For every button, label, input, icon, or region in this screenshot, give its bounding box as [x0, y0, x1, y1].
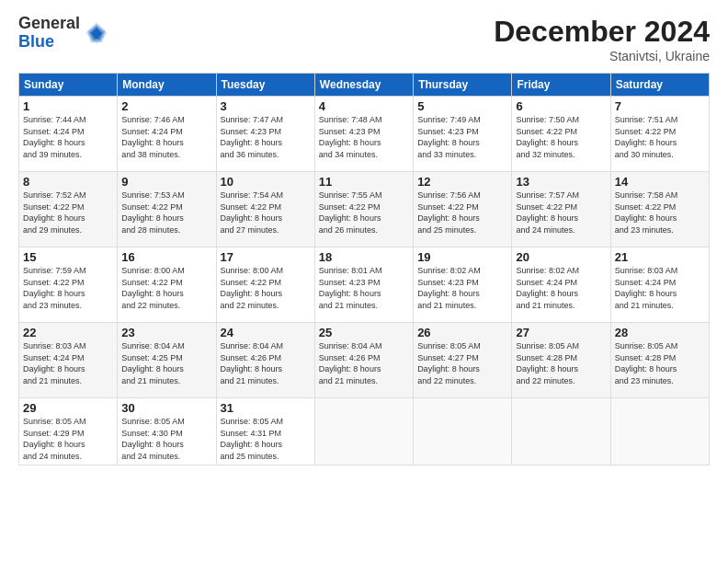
day-number: 31	[221, 401, 311, 415]
day-info: Sunrise: 8:00 AMSunset: 4:22 PMDaylight:…	[121, 265, 211, 311]
day-number: 14	[615, 175, 705, 189]
table-row	[314, 398, 413, 465]
table-row: 28Sunrise: 8:05 AMSunset: 4:28 PMDayligh…	[610, 323, 709, 398]
table-row: 27Sunrise: 8:05 AMSunset: 4:28 PMDayligh…	[512, 323, 610, 398]
day-number: 11	[319, 175, 409, 189]
day-info: Sunrise: 7:55 AMSunset: 4:22 PMDaylight:…	[319, 190, 409, 236]
day-info: Sunrise: 7:46 AMSunset: 4:24 PMDaylight:…	[121, 114, 211, 160]
day-number: 13	[516, 175, 606, 189]
day-info: Sunrise: 8:05 AMSunset: 4:27 PMDaylight:…	[417, 340, 507, 386]
day-number: 7	[615, 99, 705, 113]
header-sunday: Sunday	[19, 74, 118, 97]
day-info: Sunrise: 8:05 AMSunset: 4:31 PMDaylight:…	[221, 416, 311, 462]
header-monday: Monday	[118, 74, 216, 97]
day-number: 26	[417, 326, 507, 339]
day-number: 2	[121, 99, 211, 113]
table-row: 5Sunrise: 7:49 AMSunset: 4:23 PMDaylight…	[414, 97, 512, 172]
day-number: 6	[516, 99, 606, 113]
header-thursday: Thursday	[414, 74, 512, 97]
day-number: 17	[221, 250, 311, 264]
title-section: December 2024 Stanivtsi, Ukraine	[494, 15, 710, 63]
table-row: 22Sunrise: 8:03 AMSunset: 4:24 PMDayligh…	[19, 323, 118, 398]
day-info: Sunrise: 7:51 AMSunset: 4:22 PMDaylight:…	[615, 114, 705, 160]
table-row	[610, 398, 709, 465]
table-row: 3Sunrise: 7:47 AMSunset: 4:23 PMDaylight…	[216, 97, 314, 172]
table-row: 10Sunrise: 7:54 AMSunset: 4:22 PMDayligh…	[216, 172, 314, 247]
table-row: 14Sunrise: 7:58 AMSunset: 4:22 PMDayligh…	[610, 172, 709, 247]
table-row: 20Sunrise: 8:02 AMSunset: 4:24 PMDayligh…	[512, 247, 610, 323]
day-number: 23	[121, 326, 211, 339]
table-row: 30Sunrise: 8:05 AMSunset: 4:30 PMDayligh…	[118, 398, 216, 465]
day-info: Sunrise: 8:05 AMSunset: 4:28 PMDaylight:…	[615, 340, 705, 386]
day-info: Sunrise: 8:05 AMSunset: 4:29 PMDaylight:…	[23, 416, 113, 462]
table-row: 11Sunrise: 7:55 AMSunset: 4:22 PMDayligh…	[314, 172, 413, 247]
table-row: 16Sunrise: 8:00 AMSunset: 4:22 PMDayligh…	[118, 247, 216, 323]
logo-general: General	[18, 15, 80, 33]
day-number: 10	[221, 175, 311, 189]
day-info: Sunrise: 8:01 AMSunset: 4:23 PMDaylight:…	[319, 265, 409, 311]
day-info: Sunrise: 7:56 AMSunset: 4:22 PMDaylight:…	[417, 190, 507, 236]
day-info: Sunrise: 7:44 AMSunset: 4:24 PMDaylight:…	[23, 114, 113, 160]
header-friday: Friday	[512, 74, 610, 97]
logo-text: General Blue	[18, 15, 80, 52]
day-number: 3	[221, 99, 311, 113]
day-number: 18	[319, 250, 409, 264]
day-info: Sunrise: 7:57 AMSunset: 4:22 PMDaylight:…	[516, 190, 606, 236]
day-info: Sunrise: 7:58 AMSunset: 4:22 PMDaylight:…	[615, 190, 705, 236]
table-row: 8Sunrise: 7:52 AMSunset: 4:22 PMDaylight…	[19, 172, 118, 247]
table-row: 24Sunrise: 8:04 AMSunset: 4:26 PMDayligh…	[216, 323, 314, 398]
day-number: 20	[516, 250, 606, 264]
table-row: 31Sunrise: 8:05 AMSunset: 4:31 PMDayligh…	[216, 398, 314, 465]
table-row: 15Sunrise: 7:59 AMSunset: 4:22 PMDayligh…	[19, 247, 118, 323]
table-row	[512, 398, 610, 465]
day-info: Sunrise: 7:59 AMSunset: 4:22 PMDaylight:…	[23, 265, 113, 311]
day-info: Sunrise: 7:48 AMSunset: 4:23 PMDaylight:…	[319, 114, 409, 160]
table-row: 19Sunrise: 8:02 AMSunset: 4:23 PMDayligh…	[414, 247, 512, 323]
day-info: Sunrise: 7:53 AMSunset: 4:22 PMDaylight:…	[121, 190, 211, 236]
day-info: Sunrise: 7:54 AMSunset: 4:22 PMDaylight:…	[221, 190, 311, 236]
day-info: Sunrise: 8:03 AMSunset: 4:24 PMDaylight:…	[23, 340, 113, 386]
table-row	[414, 398, 512, 465]
table-row: 7Sunrise: 7:51 AMSunset: 4:22 PMDaylight…	[610, 97, 709, 172]
day-info: Sunrise: 8:05 AMSunset: 4:30 PMDaylight:…	[121, 416, 211, 462]
table-row: 6Sunrise: 7:50 AMSunset: 4:22 PMDaylight…	[512, 97, 610, 172]
day-number: 4	[319, 99, 409, 113]
table-row: 4Sunrise: 7:48 AMSunset: 4:23 PMDaylight…	[314, 97, 413, 172]
logo-blue: Blue	[18, 33, 80, 52]
day-info: Sunrise: 8:02 AMSunset: 4:23 PMDaylight:…	[417, 265, 507, 311]
table-row: 23Sunrise: 8:04 AMSunset: 4:25 PMDayligh…	[118, 323, 216, 398]
header-tuesday: Tuesday	[216, 74, 314, 97]
day-info: Sunrise: 7:50 AMSunset: 4:22 PMDaylight:…	[516, 114, 606, 160]
day-info: Sunrise: 8:02 AMSunset: 4:24 PMDaylight:…	[516, 265, 606, 311]
day-info: Sunrise: 7:47 AMSunset: 4:23 PMDaylight:…	[221, 114, 311, 160]
day-number: 24	[221, 326, 311, 339]
day-info: Sunrise: 7:52 AMSunset: 4:22 PMDaylight:…	[23, 190, 113, 236]
calendar: Sunday Monday Tuesday Wednesday Thursday…	[18, 73, 710, 465]
table-row: 2Sunrise: 7:46 AMSunset: 4:24 PMDaylight…	[118, 97, 216, 172]
table-row: 25Sunrise: 8:04 AMSunset: 4:26 PMDayligh…	[314, 323, 413, 398]
day-number: 21	[615, 250, 705, 264]
table-row: 17Sunrise: 8:00 AMSunset: 4:22 PMDayligh…	[216, 247, 314, 323]
table-row: 29Sunrise: 8:05 AMSunset: 4:29 PMDayligh…	[19, 398, 118, 465]
table-row: 21Sunrise: 8:03 AMSunset: 4:24 PMDayligh…	[610, 247, 709, 323]
weekday-header-row: Sunday Monday Tuesday Wednesday Thursday…	[19, 74, 710, 97]
day-number: 12	[417, 175, 507, 189]
day-number: 8	[23, 175, 113, 189]
table-row: 9Sunrise: 7:53 AMSunset: 4:22 PMDaylight…	[118, 172, 216, 247]
table-row: 18Sunrise: 8:01 AMSunset: 4:23 PMDayligh…	[314, 247, 413, 323]
day-info: Sunrise: 8:03 AMSunset: 4:24 PMDaylight:…	[615, 265, 705, 311]
day-info: Sunrise: 8:04 AMSunset: 4:25 PMDaylight:…	[121, 340, 211, 386]
day-info: Sunrise: 8:05 AMSunset: 4:28 PMDaylight:…	[516, 340, 606, 386]
logo: General Blue	[18, 15, 109, 52]
page: General Blue December 2024 Stanivtsi, Uk…	[0, 0, 728, 563]
day-number: 5	[417, 99, 507, 113]
day-info: Sunrise: 8:04 AMSunset: 4:26 PMDaylight:…	[319, 340, 409, 386]
day-number: 19	[417, 250, 507, 264]
day-info: Sunrise: 7:49 AMSunset: 4:23 PMDaylight:…	[417, 114, 507, 160]
day-number: 15	[23, 250, 113, 264]
day-number: 29	[23, 401, 113, 415]
day-number: 9	[121, 175, 211, 189]
day-number: 1	[23, 99, 113, 113]
month-title: December 2024	[494, 15, 710, 49]
header-wednesday: Wednesday	[314, 74, 413, 97]
